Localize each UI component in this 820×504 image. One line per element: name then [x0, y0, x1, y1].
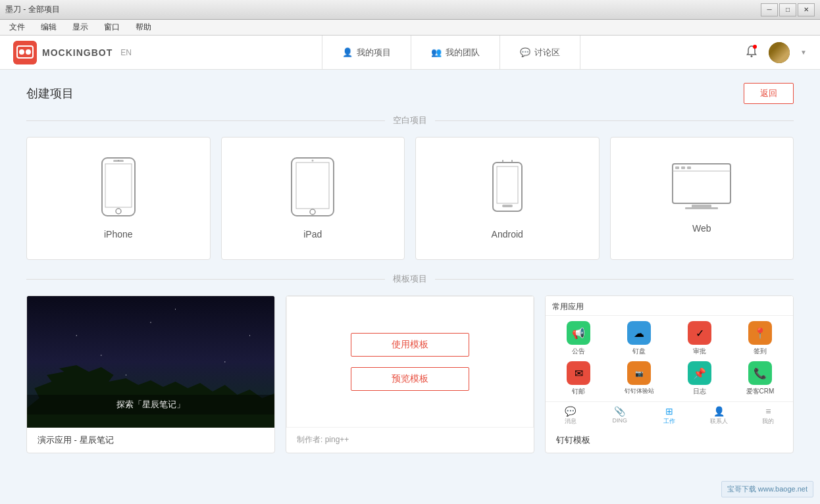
mine-label: 我的	[762, 417, 774, 426]
window-controls[interactable]: ─ □ ✕	[761, 3, 815, 16]
dt-app-qiandao: 📍 签到	[732, 321, 788, 356]
page-title: 创建项目	[26, 86, 74, 101]
nav-discussion[interactable]: 💬 讨论区	[500, 36, 580, 70]
dt-section-label: 常用应用	[552, 302, 584, 311]
dt-app-rizhi: 📌 日志	[672, 361, 727, 396]
divider-line-left	[26, 120, 385, 121]
blank-section-label: 空白项目	[393, 114, 427, 126]
maximize-button[interactable]: □	[779, 3, 796, 16]
svg-rect-24	[687, 166, 691, 169]
template-card-xingchen[interactable]: 探索「星辰笔记」 演示应用 - 星辰笔记	[26, 295, 275, 453]
web-label: Web	[692, 223, 711, 234]
nav-my-projects[interactable]: 👤 我的项目	[322, 36, 411, 70]
close-button[interactable]: ✕	[798, 3, 815, 16]
dt-app-crm: 📞 爱客CRM	[732, 361, 788, 396]
type-card-android[interactable]: Android	[415, 137, 600, 260]
type-card-ipad[interactable]: iPad	[221, 137, 405, 260]
dt-nav-messages: 💬 消息	[546, 405, 595, 427]
svg-rect-12	[296, 163, 329, 209]
iphone-svg	[100, 157, 137, 216]
svg-rect-15	[493, 163, 522, 211]
discussion-label: 讨论区	[534, 47, 560, 59]
template-card-pingpp[interactable]: 使用模板 预览模板 制作者: ping++	[286, 295, 534, 453]
svg-point-8	[116, 209, 121, 214]
android-label: Android	[492, 229, 523, 239]
pingpp-preview: 使用模板 预览模板	[286, 296, 534, 428]
ipad-device-icon	[290, 157, 336, 218]
contacts-icon: 👤	[713, 406, 725, 416]
template-divider-left	[26, 279, 385, 280]
svg-point-4	[751, 55, 753, 57]
contacts-label: 联系人	[710, 417, 728, 426]
avatar[interactable]	[769, 42, 790, 63]
person-icon: 👤	[342, 47, 353, 57]
menu-file[interactable]: 文件	[5, 20, 29, 34]
use-template-button[interactable]: 使用模板	[351, 333, 469, 357]
svg-rect-11	[292, 158, 334, 216]
gonggao-label: 公告	[572, 347, 585, 356]
ipad-svg	[290, 157, 336, 216]
work-icon: ⊞	[665, 406, 673, 416]
blank-section-divider: 空白项目	[26, 114, 794, 126]
svg-point-2	[19, 49, 24, 55]
type-card-iphone[interactable]: iPhone	[26, 137, 211, 260]
preview-template-button[interactable]: 预览模板	[351, 367, 469, 391]
shenpi-icon: ✓	[688, 321, 711, 345]
mine-icon: ≡	[765, 406, 771, 416]
dt-app-dingyou: ✉ 钉邮	[551, 361, 606, 396]
ding-icon: 📎	[614, 406, 625, 416]
menu-display[interactable]: 显示	[68, 20, 92, 34]
main-content: 创建项目 返回 空白项目 iPhone	[0, 70, 820, 504]
xingchen-footer: 演示应用 - 星辰笔记	[27, 428, 274, 453]
dt-apps-grid: 📢 公告 ☁ 钉盘 ✓ 审批 📍 签到	[546, 316, 793, 401]
watermark: 宝哥下载 www.baoge.net	[721, 481, 813, 497]
template-section-divider: 模板项目	[26, 273, 794, 285]
pingpp-footer: 制作者: ping++	[286, 428, 534, 452]
menu-help[interactable]: 帮助	[132, 20, 155, 34]
logo-icon	[13, 41, 37, 64]
experience-icon: 📷	[627, 361, 651, 385]
type-card-web[interactable]: Web	[610, 137, 794, 260]
xingchen-name: 演示应用 - 星辰笔记	[38, 434, 264, 446]
dingpan-icon: ☁	[627, 321, 651, 345]
template-card-dingtalk[interactable]: 常用应用 📢 公告 ☁ 钉盘 ✓ 审批	[545, 295, 794, 453]
svg-rect-26	[685, 207, 718, 209]
work-label: 工作	[663, 417, 675, 426]
nav-links: 👤 我的项目 👥 我的团队 💬 讨论区	[158, 36, 745, 70]
logo-area: MOCKINGBOT EN	[13, 41, 132, 64]
android-device-icon	[491, 157, 524, 218]
svg-point-5	[753, 45, 757, 49]
divider-line-right	[435, 120, 794, 121]
minimize-button[interactable]: ─	[761, 3, 778, 16]
gonggao-icon: 📢	[567, 321, 590, 345]
ding-label: DING	[613, 417, 628, 424]
nav-my-team[interactable]: 👥 我的团队	[411, 36, 500, 70]
dt-app-shenpi: ✓ 审批	[672, 321, 727, 356]
logo-brand: MOCKINGBOT	[42, 47, 113, 58]
web-device-icon	[672, 163, 731, 213]
iphone-label: iPhone	[104, 229, 133, 239]
avatar-dropdown-arrow[interactable]: ▼	[800, 49, 807, 56]
title-bar-text: 墨刀 - 全部项目	[5, 4, 761, 15]
my-projects-label: 我的项目	[357, 47, 391, 59]
iphone-device-icon	[100, 157, 137, 218]
ipad-label: iPad	[303, 229, 322, 239]
dingyou-icon: ✉	[567, 361, 590, 385]
template-section-label: 模板项目	[393, 273, 427, 285]
svg-point-13	[310, 209, 315, 214]
bell-icon	[745, 45, 758, 58]
bell-button[interactable]	[745, 45, 758, 60]
nav-right: ▼	[745, 42, 807, 63]
crm-icon: 📞	[748, 361, 772, 385]
svg-point-14	[312, 160, 314, 162]
back-button[interactable]: 返回	[744, 83, 794, 104]
menu-window[interactable]: 窗口	[100, 20, 124, 34]
dt-nav-work: ⊞ 工作	[644, 405, 694, 427]
svg-rect-20	[673, 164, 730, 203]
messages-icon: 💬	[565, 406, 576, 416]
dingtalk-footer: 钉钉模板	[546, 428, 793, 453]
menu-edit[interactable]: 编辑	[37, 20, 61, 34]
top-nav: MOCKINGBOT EN 👤 我的项目 👥 我的团队 💬 讨论区 ▼	[0, 36, 820, 70]
messages-label: 消息	[565, 417, 577, 426]
my-team-label: 我的团队	[446, 47, 480, 59]
